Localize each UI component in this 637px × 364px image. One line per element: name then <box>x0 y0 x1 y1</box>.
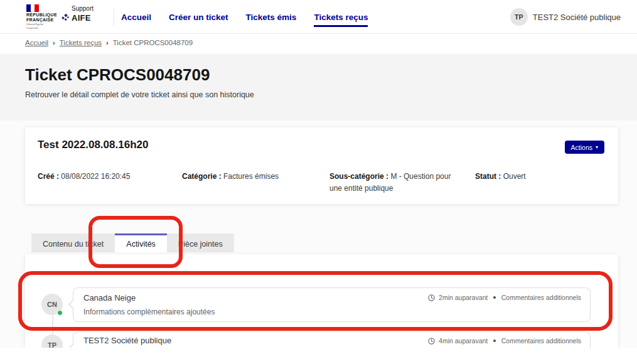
tab-piece-jointes[interactable]: Pièce jointes <box>167 233 234 252</box>
activities-panel: CN Canada Neige Informations complémenta… <box>25 254 618 348</box>
aife-star-icon <box>62 14 70 22</box>
screenshot-cut-area <box>0 348 637 364</box>
field-statut: Statut : Ouvert <box>475 171 601 183</box>
field-cree: Créé : 08/08/2022 16:20:45 <box>38 171 176 183</box>
activity-description: Informations complémentaires ajoutées <box>83 308 215 316</box>
support-label: Support <box>72 5 94 12</box>
breadcrumb-separator-icon: › <box>106 39 109 46</box>
ticket-tabs: Contenu du ticket Activités Pièce jointe… <box>31 233 234 252</box>
field-categorie: Catégorie : Factures émises <box>182 171 323 183</box>
ticket-summary-card: Test 2022.08.08.16h20 Actions ▾ Créé : 0… <box>25 127 618 204</box>
page-title: Ticket CPROCS0048709 <box>25 65 210 85</box>
activity-category: Commentaires additionnels <box>501 337 581 345</box>
nav-creer-un-ticket[interactable]: Créer un ticket <box>169 9 228 26</box>
activity-author: TEST2 Société publique <box>83 336 171 345</box>
marianne-motto: Liberté Égalité Fraternité <box>26 23 53 30</box>
breadcrumb-current: Ticket CPROCS0048709 <box>113 39 193 46</box>
chevron-down-icon: ▾ <box>596 145 598 150</box>
activity-item[interactable]: Canada Neige Informations complémentaire… <box>73 287 591 322</box>
activity-time: 4min auparavant <box>439 337 488 345</box>
dot-separator-icon <box>493 296 496 299</box>
breadcrumb-tickets-recus[interactable]: Tickets reçus <box>60 39 102 46</box>
breadcrumb-separator-icon: › <box>53 39 55 46</box>
ticket-title: Test 2022.08.08.16h20 <box>38 139 148 151</box>
top-header: République Française Liberté Égalité Fra… <box>0 0 637 34</box>
activity-avatar: TP <box>41 335 63 348</box>
republique-francaise-wordmark: République Française <box>26 13 57 23</box>
aife-label: AIFE <box>72 13 91 23</box>
nav-tickets-recus[interactable]: Tickets reçus <box>314 9 368 26</box>
user-avatar: TP <box>510 8 528 26</box>
page-subtitle: Retrouver le détail complet de votre tic… <box>25 90 254 99</box>
main-nav: Accueil Créer un ticket Tickets émis Tic… <box>121 0 368 34</box>
header-divider <box>114 8 114 26</box>
french-flag-logo <box>26 4 39 12</box>
clock-icon <box>428 294 435 301</box>
dot-separator-icon <box>493 340 496 342</box>
nav-accueil[interactable]: Accueil <box>121 9 151 26</box>
activity-category: Commentaires additionnels <box>501 294 581 301</box>
field-sous-categorie: Sous-catégorie : M - Question pour une e… <box>329 171 463 194</box>
activity-meta: 4min auparavant Commentaires additionnel… <box>428 337 581 345</box>
support-aife-logo[interactable]: Support AIFE <box>62 5 94 23</box>
breadcrumb: Accueil › Tickets reçus › Ticket CPROCS0… <box>25 39 193 46</box>
online-status-dot <box>57 310 63 316</box>
breadcrumb-accueil[interactable]: Accueil <box>25 39 48 46</box>
nav-tickets-emis[interactable]: Tickets émis <box>246 9 297 26</box>
clock-icon <box>428 338 435 345</box>
activity-meta: 2min auparavant Commentaires additionnel… <box>428 294 581 301</box>
activity-time: 2min auparavant <box>439 294 488 301</box>
user-name: TEST2 Société publique <box>533 13 621 22</box>
tab-activites[interactable]: Activités <box>115 233 167 252</box>
activity-author: Canada Neige <box>83 293 136 302</box>
actions-button[interactable]: Actions ▾ <box>565 141 604 154</box>
activity-item[interactable]: TEST2 Société publique 4min auparavant C… <box>73 331 591 348</box>
tab-contenu-du-ticket[interactable]: Contenu du ticket <box>31 233 115 252</box>
user-menu[interactable]: TP TEST2 Société publique <box>510 0 621 34</box>
page-hero: Ticket CPROCS0048709 Retrouver le détail… <box>0 54 637 120</box>
